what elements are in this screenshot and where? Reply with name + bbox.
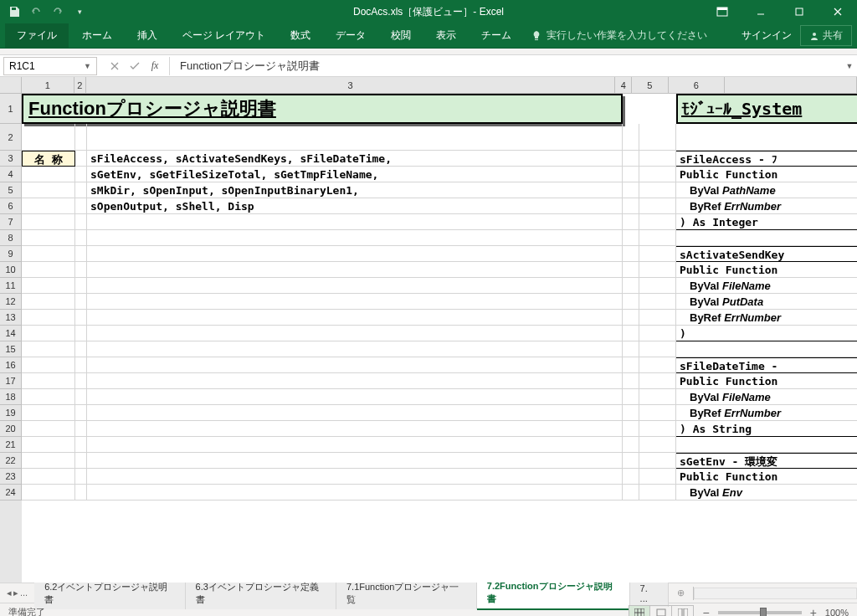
cell[interactable] — [639, 294, 676, 310]
cell[interactable] — [22, 437, 75, 453]
title-cell[interactable]: Functionプロシージャ説明書 — [22, 94, 623, 124]
row-header[interactable]: 1 — [0, 94, 22, 124]
tab-view[interactable]: 表示 — [424, 23, 468, 48]
cell[interactable]: Public Function — [676, 469, 857, 485]
cell[interactable] — [676, 124, 857, 151]
cell[interactable] — [75, 182, 87, 198]
tab-home[interactable]: ホーム — [70, 23, 124, 48]
cell[interactable]: sFileAccess - ﾌ — [676, 151, 857, 167]
cell[interactable] — [639, 124, 676, 151]
select-all-cell[interactable] — [0, 77, 22, 93]
cell[interactable] — [75, 453, 87, 469]
cell[interactable] — [639, 421, 676, 437]
cell[interactable] — [639, 437, 676, 453]
row-header[interactable]: 4 — [0, 167, 22, 182]
row-header[interactable]: 9 — [0, 246, 22, 262]
name-box[interactable]: R1C1 ▼ — [3, 57, 97, 75]
cell[interactable] — [87, 341, 623, 357]
add-sheet-button[interactable]: ⊕ — [669, 588, 693, 598]
cell[interactable]: ByRef ErrNumber — [676, 198, 857, 214]
cell[interactable] — [87, 453, 623, 469]
cell[interactable] — [87, 373, 623, 389]
cell[interactable] — [639, 310, 676, 326]
cell[interactable]: Public Function — [676, 262, 857, 278]
name-label-cell[interactable]: 名 称 — [22, 151, 75, 167]
redo-icon[interactable] — [50, 4, 65, 19]
cancel-formula-icon[interactable] — [105, 57, 124, 75]
cell[interactable] — [75, 373, 87, 389]
row-header[interactable]: 15 — [0, 341, 22, 357]
cell[interactable] — [676, 230, 857, 246]
save-icon[interactable] — [7, 4, 22, 19]
zoom-level[interactable]: 100% — [825, 608, 849, 617]
col-header[interactable]: 5 — [632, 77, 669, 93]
cell[interactable] — [22, 182, 75, 198]
cell[interactable]: sOpenOutput, sShell, Disp — [87, 198, 623, 214]
cell[interactable] — [75, 389, 87, 405]
zoom-out-button[interactable]: − — [702, 606, 709, 617]
cell[interactable]: Public Function — [676, 373, 857, 389]
cell[interactable] — [22, 389, 75, 405]
cell[interactable] — [623, 485, 639, 501]
cell[interactable] — [623, 151, 639, 167]
cell[interactable] — [623, 94, 639, 124]
cell[interactable] — [623, 373, 639, 389]
cell[interactable] — [22, 167, 75, 182]
cell[interactable] — [75, 198, 87, 214]
cell[interactable] — [75, 278, 87, 294]
tell-me-search[interactable]: 実行したい作業を入力してください — [525, 28, 714, 43]
cell[interactable] — [639, 246, 676, 262]
cell[interactable] — [623, 357, 639, 373]
cell[interactable] — [87, 405, 623, 421]
cell[interactable] — [623, 469, 639, 485]
cell[interactable] — [87, 326, 623, 341]
cell[interactable] — [639, 151, 676, 167]
cell[interactable] — [87, 437, 623, 453]
cell[interactable] — [22, 198, 75, 214]
row-header[interactable]: 12 — [0, 294, 22, 310]
view-page-layout-icon[interactable] — [650, 605, 672, 617]
cell[interactable] — [75, 310, 87, 326]
ribbon-display-icon[interactable] — [703, 0, 742, 23]
cell[interactable] — [87, 230, 623, 246]
cell[interactable] — [22, 214, 75, 230]
cell[interactable] — [623, 341, 639, 357]
cell[interactable] — [623, 278, 639, 294]
cell[interactable] — [676, 437, 857, 453]
cells-area[interactable]: Functionプロシージャ説明書 ﾓｼﾞｭｰﾙ_System 名 称 sFil… — [22, 94, 857, 583]
cell[interactable]: ByVal FileName — [676, 278, 857, 294]
enter-formula-icon[interactable] — [126, 57, 144, 75]
close-button[interactable] — [819, 0, 857, 23]
cell[interactable] — [22, 262, 75, 278]
cell[interactable] — [75, 294, 87, 310]
cell[interactable] — [639, 214, 676, 230]
cell[interactable] — [22, 230, 75, 246]
cell[interactable] — [22, 357, 75, 373]
row-header[interactable]: 8 — [0, 230, 22, 246]
row-header[interactable]: 20 — [0, 421, 22, 437]
cell[interactable] — [22, 485, 75, 501]
cell[interactable]: ByRef ErrNumber — [676, 405, 857, 421]
row-header[interactable]: 19 — [0, 405, 22, 421]
zoom-in-button[interactable]: + — [810, 606, 817, 617]
col-header[interactable] — [725, 77, 857, 93]
cell[interactable] — [75, 151, 87, 167]
cell[interactable] — [22, 326, 75, 341]
chevron-down-icon[interactable]: ▼ — [84, 62, 91, 70]
cell[interactable] — [75, 230, 87, 246]
row-header[interactable]: 24 — [0, 485, 22, 501]
cell[interactable] — [22, 405, 75, 421]
cell[interactable] — [639, 230, 676, 246]
cell[interactable]: sGetEnv - 環境変 — [676, 453, 857, 469]
row-header[interactable]: 14 — [0, 326, 22, 341]
undo-icon[interactable] — [28, 4, 44, 19]
cell[interactable] — [22, 373, 75, 389]
cell[interactable] — [639, 453, 676, 469]
cell[interactable] — [22, 246, 75, 262]
tab-team[interactable]: チーム — [470, 23, 523, 48]
cell[interactable] — [75, 469, 87, 485]
row-header[interactable]: 3 — [0, 151, 22, 167]
cell[interactable]: ByVal PutData — [676, 294, 857, 310]
row-header[interactable]: 10 — [0, 262, 22, 278]
cell[interactable] — [87, 485, 623, 501]
